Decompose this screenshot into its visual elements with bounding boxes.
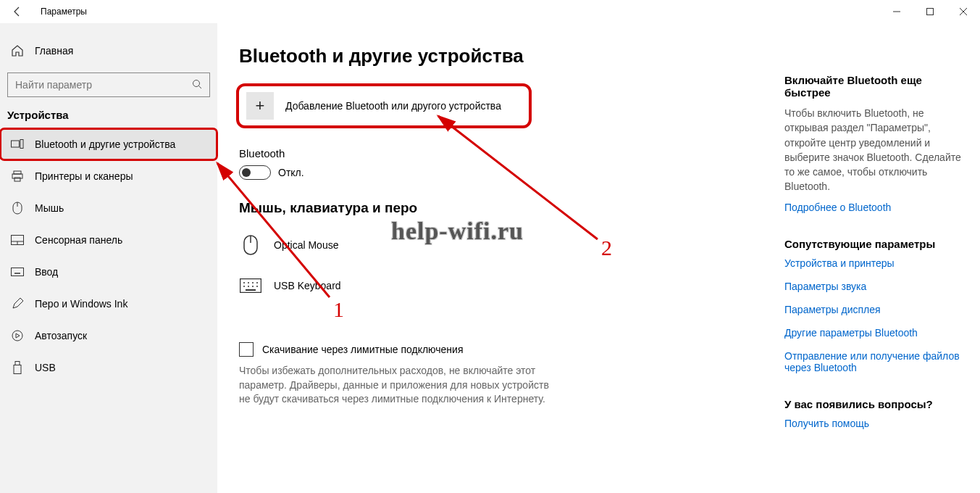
metered-checkbox[interactable] [239, 342, 254, 357]
printer-icon [10, 170, 25, 182]
sidebar-item-label: Мышь [35, 202, 64, 214]
svg-point-29 [252, 282, 254, 283]
sidebar-item-label: Принтеры и сканеры [35, 170, 133, 182]
sidebar-item-usb[interactable]: USB [0, 352, 217, 384]
keyboard-icon [10, 268, 25, 276]
sidebar-item-label: Автозапуск [35, 330, 87, 341]
aside-link-display[interactable]: Параметры дисплея [784, 304, 966, 315]
annotation-number-2: 2 [601, 236, 612, 260]
svg-point-30 [256, 282, 258, 283]
svg-point-33 [252, 286, 254, 287]
aside-link-help[interactable]: Получить помощь [784, 418, 966, 429]
aside-link-devices-printers[interactable]: Устройства и принтеры [784, 257, 966, 269]
svg-rect-8 [14, 171, 21, 174]
devices-icon [10, 139, 25, 149]
sidebar-item-label: Bluetooth и другие устройства [35, 138, 175, 150]
aside-heading: Сопутствующие параметры [784, 238, 966, 250]
svg-point-34 [256, 286, 258, 287]
device-row[interactable]: USB Keyboard [239, 265, 770, 306]
metered-description: Чтобы избежать дополнительных расходов, … [239, 364, 550, 407]
sidebar-item-touchpad[interactable]: Сенсорная панель [0, 224, 217, 256]
search-input[interactable] [15, 79, 192, 91]
aside-link-more-bluetooth[interactable]: Подробнее о Bluetooth [784, 202, 966, 213]
touchpad-icon [10, 235, 25, 245]
device-label: Optical Mouse [274, 239, 338, 251]
svg-rect-22 [15, 362, 20, 365]
sidebar-item-label: Перо и Windows Ink [35, 298, 127, 310]
sidebar-item-autoplay[interactable]: Автозапуск [0, 320, 217, 352]
sidebar-item-pen[interactable]: Перо и Windows Ink [0, 288, 217, 320]
search-box[interactable] [7, 72, 210, 97]
sidebar-item-printers[interactable]: Принтеры и сканеры [0, 160, 217, 192]
svg-rect-7 [20, 140, 23, 149]
svg-rect-6 [12, 141, 20, 147]
mouse-icon [10, 202, 25, 215]
svg-point-28 [248, 282, 249, 283]
search-icon [192, 79, 202, 91]
device-label: USB Keyboard [274, 280, 341, 291]
window-title: Параметры [41, 7, 87, 17]
sidebar-item-label: USB [35, 362, 56, 373]
back-button[interactable] [10, 4, 25, 19]
bluetooth-label: Bluetooth [239, 147, 770, 160]
main-content: Bluetooth и другие устройства + Добавлен… [217, 23, 784, 493]
maximize-button[interactable] [913, 0, 947, 23]
sidebar-home-label: Главная [35, 45, 73, 57]
add-device-button[interactable]: + Добавление Bluetooth или другого устро… [239, 86, 529, 125]
page-heading: Bluetooth и другие устройства [239, 45, 770, 67]
svg-point-32 [248, 286, 249, 287]
mouse-device-icon [239, 235, 262, 255]
svg-point-27 [243, 282, 245, 283]
close-button[interactable] [947, 0, 980, 23]
aside-body: Чтобы включить Bluetooth, не открывая ра… [784, 106, 966, 194]
devices-subheading: Мышь, клавиатура и перо [239, 200, 770, 216]
sidebar-item-mouse[interactable]: Мышь [0, 192, 217, 224]
aside-link-bt-files[interactable]: Отправление или получение файлов через B… [784, 350, 966, 373]
svg-line-5 [199, 86, 202, 88]
usb-icon [10, 361, 25, 374]
svg-point-31 [243, 286, 245, 287]
watermark: help-wifi.ru [391, 218, 524, 245]
aside-panel: Включайте Bluetooth еще быстрее Чтобы вк… [784, 23, 980, 493]
svg-point-21 [12, 331, 22, 341]
aside-link-other-bt[interactable]: Другие параметры Bluetooth [784, 327, 966, 339]
annotation-number-1: 1 [333, 297, 344, 322]
bluetooth-toggle[interactable] [239, 165, 271, 180]
sidebar-section-header: Устройства [0, 109, 217, 128]
minimize-button[interactable] [880, 0, 913, 23]
aside-heading: У вас появились вопросы? [784, 398, 966, 410]
aside-link-sound[interactable]: Параметры звука [784, 281, 966, 292]
sidebar-item-label: Ввод [35, 266, 58, 278]
sidebar-item-label: Сенсорная панель [35, 234, 122, 246]
sidebar: Главная Устройства Bluetooth и другие ус… [0, 23, 217, 493]
metered-checkbox-label: Скачивание через лимитные подключения [262, 344, 463, 355]
svg-rect-23 [14, 365, 21, 374]
keyboard-device-icon [239, 278, 262, 293]
svg-rect-16 [12, 268, 24, 276]
autoplay-icon [10, 330, 25, 341]
sidebar-home[interactable]: Главная [0, 36, 217, 65]
sidebar-item-typing[interactable]: Ввод [0, 256, 217, 288]
add-device-label: Добавление Bluetooth или другого устройс… [285, 100, 501, 112]
aside-heading: Включайте Bluetooth еще быстрее [784, 74, 966, 99]
svg-point-4 [193, 80, 200, 86]
svg-rect-1 [927, 9, 934, 15]
home-icon [10, 44, 25, 57]
sidebar-item-bluetooth[interactable]: Bluetooth и другие устройства [0, 128, 217, 160]
plus-icon: + [246, 92, 274, 120]
pen-icon [10, 298, 25, 310]
bluetooth-state: Откл. [278, 167, 304, 178]
